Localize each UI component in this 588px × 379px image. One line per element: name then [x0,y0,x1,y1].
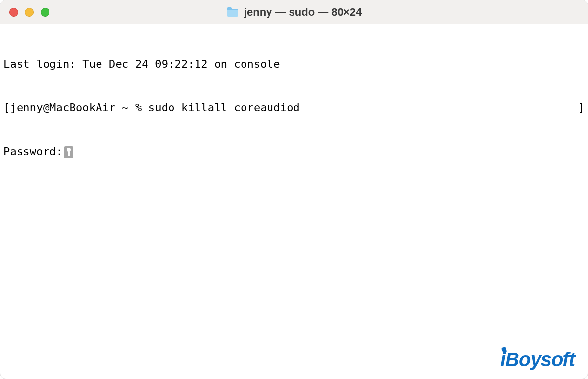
watermark-i: i [500,349,505,371]
maximize-button[interactable] [41,8,49,17]
last-login-line: Last login: Tue Dec 24 09:22:12 on conso… [3,57,585,71]
folder-icon [226,7,239,18]
terminal-body[interactable]: Last login: Tue Dec 24 09:22:12 on conso… [0,24,588,192]
watermark-rest: Boysoft [505,349,575,370]
key-icon [64,146,74,158]
traffic-lights [0,8,49,17]
prompt-bracket-right: ] [578,100,585,115]
window-title: jenny — sudo — 80×24 [244,6,362,19]
command-text: sudo killall coreaudiod [148,101,300,114]
watermark-logo: iBoysoft [500,349,575,371]
svg-rect-0 [227,10,238,17]
terminal-window: jenny — sudo — 80×24 Last login: Tue Dec… [0,0,588,379]
command-line: [jenny@MacBookAir ~ % sudo killall corea… [3,100,585,115]
password-line: Password: [3,144,585,159]
window-title-group: jenny — sudo — 80×24 [226,6,362,19]
password-label: Password: [3,145,63,158]
titlebar[interactable]: jenny — sudo — 80×24 [0,0,588,24]
close-button[interactable] [9,8,18,17]
minimize-button[interactable] [25,8,34,17]
prompt-text: jenny@MacBookAir ~ % [10,101,148,114]
prompt-bracket-left: [ [3,101,10,114]
